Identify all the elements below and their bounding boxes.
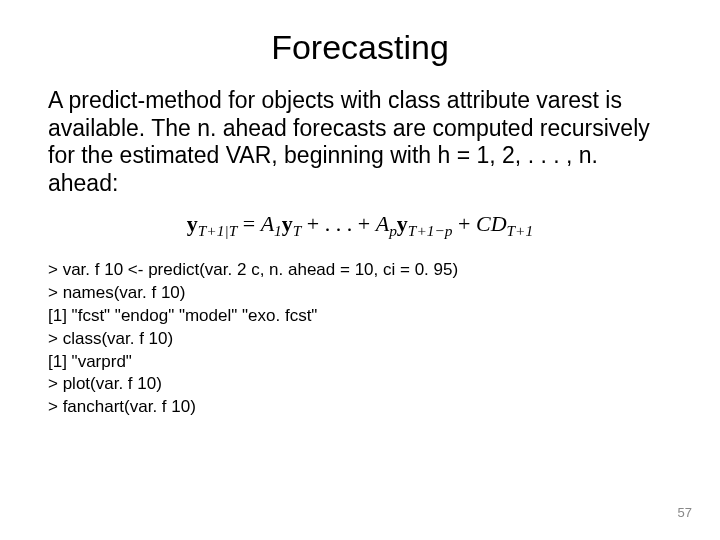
code-line: > names(var. f 10) xyxy=(48,282,672,305)
slide-title: Forecasting xyxy=(48,28,672,67)
formula-yp: y xyxy=(397,211,408,236)
code-line: [1] "varprd" xyxy=(48,351,672,374)
slide: Forecasting A predict-method for objects… xyxy=(0,0,720,540)
formula-plus: + xyxy=(453,211,476,236)
code-block: > var. f 10 <- predict(var. 2 c, n. ahea… xyxy=(48,259,672,420)
formula-y1: y xyxy=(282,211,293,236)
formula-y-lhs: y xyxy=(187,211,198,236)
body-paragraph: A predict-method for objects with class … xyxy=(48,87,672,197)
formula-Ap-sub: p xyxy=(389,223,397,240)
formula-y-lhs-sub: T+1|T xyxy=(198,223,237,240)
formula-CD-sub: T+1 xyxy=(507,223,534,240)
code-line: [1] "fcst" "endog" "model" "exo. fcst" xyxy=(48,305,672,328)
formula-plus-dots: + . . . + xyxy=(301,211,375,236)
formula-yp-sub: T+1−p xyxy=(408,223,453,240)
formula-eq: = xyxy=(237,211,260,236)
code-line: > var. f 10 <- predict(var. 2 c, n. ahea… xyxy=(48,259,672,282)
code-line: > fanchart(var. f 10) xyxy=(48,396,672,419)
formula-CD: CD xyxy=(476,211,507,236)
formula: yT+1|T = A1yT + . . . + ApyT+1−p + CDT+1 xyxy=(48,211,672,240)
formula-A1: A xyxy=(261,211,274,236)
page-number: 57 xyxy=(678,505,692,520)
code-line: > plot(var. f 10) xyxy=(48,373,672,396)
formula-Ap: A xyxy=(376,211,389,236)
formula-A1-sub: 1 xyxy=(274,223,282,240)
code-line: > class(var. f 10) xyxy=(48,328,672,351)
